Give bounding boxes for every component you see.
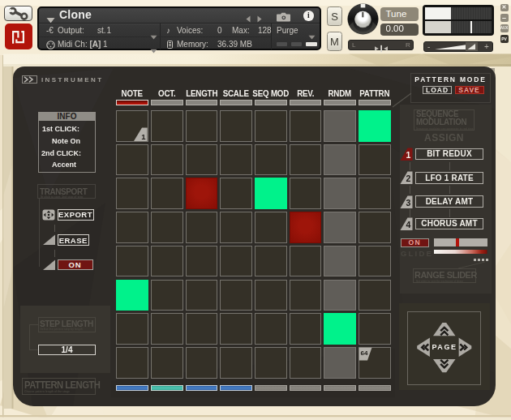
svg-text:64: 64: [361, 349, 368, 357]
svg-text:1: 1: [142, 132, 147, 141]
svg-text:3: 3: [406, 198, 410, 208]
svg-text:1: 1: [406, 150, 410, 160]
svg-text:4: 4: [406, 220, 410, 229]
svg-text:-: -: [427, 42, 430, 51]
svg-text:2: 2: [406, 174, 410, 183]
svg-text:+: +: [484, 42, 489, 51]
